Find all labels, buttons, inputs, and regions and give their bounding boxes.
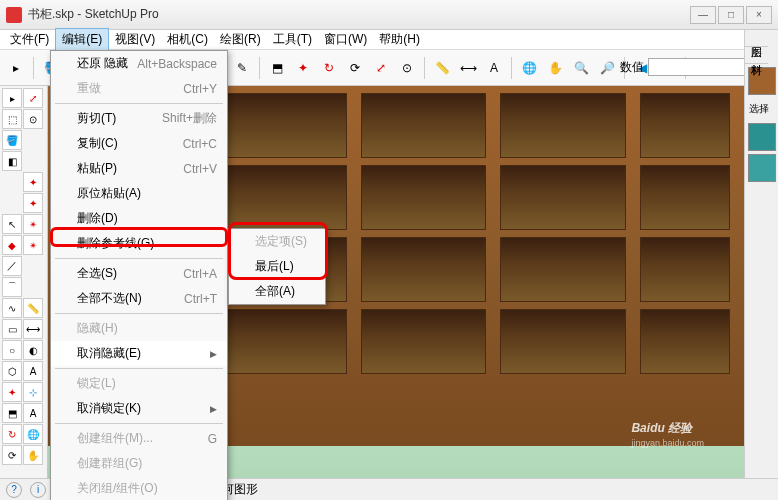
maximize-button[interactable]: □: [718, 6, 744, 24]
tool-dim-icon[interactable]: ⟷: [456, 56, 480, 80]
menu-item[interactable]: 剪切(T)Shift+删除: [51, 106, 227, 131]
menu-edit[interactable]: 编辑(E): [55, 28, 109, 51]
tool-pan-icon[interactable]: ✋: [543, 56, 567, 80]
ltool-paint-icon[interactable]: 🪣: [2, 130, 22, 150]
ltool-orbit-icon[interactable]: 🌐: [23, 424, 43, 444]
ltool-push-icon[interactable]: ⬒: [2, 403, 22, 423]
window-title: 书柜.skp - SketchUp Pro: [28, 6, 690, 23]
measurement-label: 数值: [620, 59, 644, 76]
ltool-scale-icon[interactable]: ⤢: [23, 88, 43, 108]
menu-camera[interactable]: 相机(C): [161, 29, 214, 50]
swatch-wood[interactable]: [748, 67, 776, 95]
tool-rotate-icon[interactable]: ↻: [317, 56, 341, 80]
menu-item[interactable]: 全选(S)Ctrl+A: [51, 261, 227, 286]
swatch-teal2[interactable]: [748, 154, 776, 182]
ltool-free-icon[interactable]: ∿: [2, 298, 22, 318]
menu-item: 创建组件(M)...G: [51, 426, 227, 451]
tool-push-icon[interactable]: ⬒: [265, 56, 289, 80]
tool-zoomext-icon[interactable]: 🔎: [595, 56, 619, 80]
ltool-select-icon[interactable]: ▸: [2, 88, 22, 108]
ltool-poly-icon[interactable]: ⬡: [2, 361, 22, 381]
ltool-component-icon[interactable]: ⬚: [2, 109, 22, 129]
ltool-dim-icon[interactable]: ⟷: [23, 319, 43, 339]
tab-materials[interactable]: 材料: [745, 47, 768, 64]
ltool-axes-icon[interactable]: ⊹: [23, 382, 43, 402]
tool-text-icon[interactable]: A: [482, 56, 506, 80]
ltool-star-icon[interactable]: ✦: [23, 172, 43, 192]
unhide-submenu: 选定项(S)最后(L)全部(A): [228, 228, 326, 305]
ltool-move-icon[interactable]: ✦: [2, 382, 22, 402]
menu-item[interactable]: 还原 隐藏Alt+Backspace: [51, 51, 227, 76]
ltool-star4-icon[interactable]: ✴: [23, 235, 43, 255]
tool-freehand-icon[interactable]: ✎: [230, 56, 254, 80]
menu-item[interactable]: 全部不选(N)Ctrl+T: [51, 286, 227, 311]
menu-item[interactable]: 删除(D): [51, 206, 227, 231]
menu-tools[interactable]: 工具(T): [267, 29, 318, 50]
tool-select-icon[interactable]: ▸: [4, 56, 28, 80]
right-panel: 图层 材料 选择: [744, 30, 778, 478]
menu-item: 隐藏(H): [51, 316, 227, 341]
tool-zoom-icon[interactable]: 🔍: [569, 56, 593, 80]
ltool-follow-icon[interactable]: ⟳: [2, 445, 22, 465]
ltool-protractor-icon[interactable]: ◐: [23, 340, 43, 360]
minimize-button[interactable]: —: [690, 6, 716, 24]
menu-item[interactable]: 复制(C)Ctrl+C: [51, 131, 227, 156]
left-toolbox: ▸⬚ 🪣◧ ↖◆ ／⌒ ∿▭ ○⬡ ✦⬒ ↻⟳ ⤢⊙ ✦✦ ✴✴ 📏⟷ ◐A ⊹…: [0, 86, 48, 478]
ltool-text-icon[interactable]: A: [23, 361, 43, 381]
menu-item: 锁定(L): [51, 371, 227, 396]
menu-item[interactable]: 取消隐藏(E)▶: [51, 341, 227, 366]
swatch-teal1[interactable]: [748, 123, 776, 151]
ltool-star3-icon[interactable]: ✴: [23, 214, 43, 234]
menu-view[interactable]: 视图(V): [109, 29, 161, 50]
status-help-icon[interactable]: ?: [6, 482, 22, 498]
tool-orbit-icon[interactable]: 🌐: [517, 56, 541, 80]
menu-item[interactable]: 原位粘贴(A): [51, 181, 227, 206]
menu-file[interactable]: 文件(F): [4, 29, 55, 50]
ltool-tape-icon[interactable]: 📏: [23, 298, 43, 318]
submenu-item: 选定项(S): [229, 229, 325, 254]
ltool-rect-icon[interactable]: ▭: [2, 319, 22, 339]
menu-item[interactable]: 取消锁定(K)▶: [51, 396, 227, 421]
tool-scale-icon[interactable]: ⤢: [369, 56, 393, 80]
menu-item: 关闭组/组件(O): [51, 476, 227, 500]
menu-help[interactable]: 帮助(H): [373, 29, 426, 50]
tool-offset-icon[interactable]: ⊙: [395, 56, 419, 80]
ltool-offset-icon[interactable]: ⊙: [23, 109, 43, 129]
menu-item[interactable]: 粘贴(P)Ctrl+V: [51, 156, 227, 181]
window-buttons: — □ ×: [690, 6, 772, 24]
menu-window[interactable]: 窗口(W): [318, 29, 373, 50]
status-info-icon[interactable]: i: [30, 482, 46, 498]
edit-menu-dropdown: 还原 隐藏Alt+Backspace重做Ctrl+Y剪切(T)Shift+删除复…: [50, 50, 228, 500]
app-icon: [6, 7, 22, 23]
tool-tape-icon[interactable]: 📏: [430, 56, 454, 80]
tab-layers[interactable]: 图层: [745, 30, 768, 47]
tool-move-icon[interactable]: ✦: [291, 56, 315, 80]
ltool-3dtext-icon[interactable]: A: [23, 403, 43, 423]
ltool-pan-icon[interactable]: ✋: [23, 445, 43, 465]
select-label: 选择: [745, 98, 778, 120]
title-bar: 书柜.skp - SketchUp Pro — □ ×: [0, 0, 778, 30]
menu-item: 创建群组(G): [51, 451, 227, 476]
submenu-item[interactable]: 最后(L): [229, 254, 325, 279]
menu-item[interactable]: 删除参考线(G): [51, 231, 227, 256]
watermark: Baidu 经验 jingyan.baidu.com: [631, 412, 704, 448]
menu-bar: 文件(F) 编辑(E) 视图(V) 相机(C) 绘图(R) 工具(T) 窗口(W…: [0, 30, 778, 50]
ltool-star2-icon[interactable]: ✦: [23, 193, 43, 213]
ltool-arc-icon[interactable]: ⌒: [2, 277, 22, 297]
close-button[interactable]: ×: [746, 6, 772, 24]
ltool-line-icon[interactable]: ／: [2, 256, 22, 276]
ltool-circle-icon[interactable]: ○: [2, 340, 22, 360]
tool-follow-icon[interactable]: ⟳: [343, 56, 367, 80]
menu-item: 重做Ctrl+Y: [51, 76, 227, 101]
ltool-cursor-icon[interactable]: ↖: [2, 214, 22, 234]
ltool-ruby-icon[interactable]: ◆: [2, 235, 22, 255]
ltool-rotate-icon[interactable]: ↻: [2, 424, 22, 444]
submenu-item[interactable]: 全部(A): [229, 279, 325, 304]
ltool-eraser-icon[interactable]: ◧: [2, 151, 22, 171]
menu-draw[interactable]: 绘图(R): [214, 29, 267, 50]
